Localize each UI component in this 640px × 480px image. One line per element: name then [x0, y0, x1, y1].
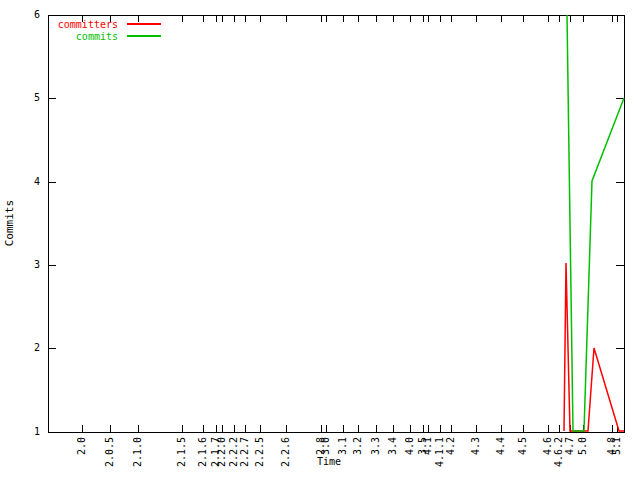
legend-line-sample-committers [127, 23, 161, 25]
legend-entry-committers: committers [50, 18, 161, 30]
x-tick-label: 5.1 [612, 437, 622, 455]
y-tick-label: 6 [10, 10, 40, 20]
plot-border [48, 15, 624, 432]
legend: committers commits [50, 18, 161, 42]
x-tick-label: 2.2.6 [281, 437, 291, 467]
x-tick-label: 2.0 [77, 437, 87, 455]
x-tick-label: 4.1 [423, 437, 433, 455]
x-tick-label: 4.6 [543, 437, 553, 455]
y-axis-title: Commits [4, 200, 16, 246]
x-tick-label: 4.5 [518, 437, 528, 455]
x-axis-title: Time [317, 456, 341, 467]
x-tick-label: 4.3 [471, 437, 481, 455]
chart-canvas: Commits Time committers commits 123456 2… [0, 0, 640, 480]
y-tick-label: 4 [10, 177, 40, 187]
x-tick-label: 2.1.0 [133, 437, 143, 467]
legend-line-sample-commits [127, 35, 161, 37]
x-tick-label: 4.0 [405, 437, 415, 455]
x-tick-label: 3.3 [371, 437, 381, 455]
legend-label-committers: committers [50, 19, 118, 30]
commits-line [567, 15, 624, 431]
legend-entry-commits: commits [50, 30, 161, 42]
x-tick-label: 2.1.5 [177, 437, 187, 467]
x-tick-label: 4.1.1 [435, 437, 445, 467]
x-tick-label: 2.2.5 [255, 437, 265, 467]
x-tick-label: 3.2 [353, 437, 363, 455]
x-tick-label: 2.0.5 [105, 437, 115, 467]
y-tick-label: 3 [10, 260, 40, 270]
x-tick-label: 5.0 [578, 437, 588, 455]
y-tick-label: 2 [10, 343, 40, 353]
x-tick-label: 2.1.6 [198, 437, 208, 467]
x-tick-label: 4.4 [496, 437, 506, 455]
plot-area [0, 0, 640, 480]
x-tick-label: 2.2.2 [229, 437, 239, 467]
x-tick-label: 4.7 [565, 437, 575, 455]
x-tick-label: 2.2.7 [240, 437, 250, 467]
x-tick-label: 4.6.2 [554, 437, 564, 467]
x-tick-label: 3.4 [388, 437, 398, 455]
legend-label-commits: commits [50, 31, 118, 42]
x-tick-label: 4.2 [446, 437, 456, 455]
x-tick-label: 3.0 [321, 437, 331, 455]
y-tick-label: 5 [10, 93, 40, 103]
x-tick-label: 2.2.0 [217, 437, 227, 467]
x-tick-label: 3.1 [338, 437, 348, 455]
y-tick-label: 1 [10, 427, 40, 437]
